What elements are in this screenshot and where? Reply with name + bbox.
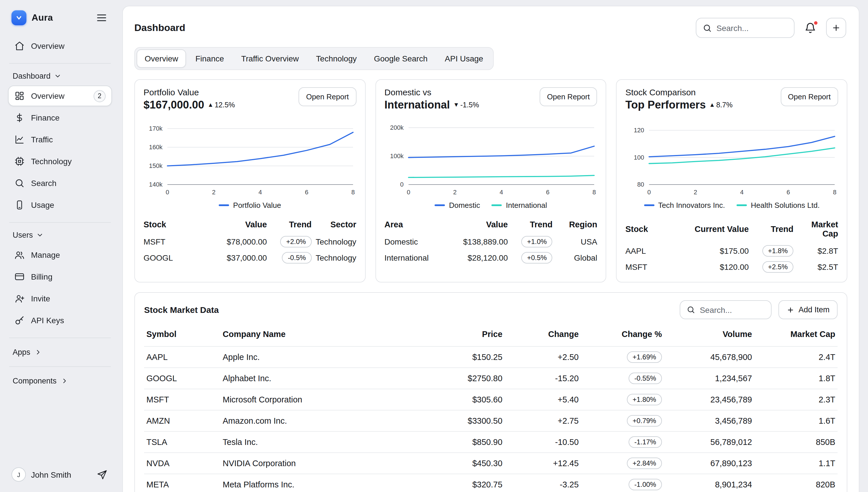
item-count-badge: 2 [94,90,106,102]
sidebar-item-overview[interactable]: Overview2 [8,85,112,106]
card-table-row: GOOGL$37,000.00-0.5%Technology [144,250,356,266]
market-search-input[interactable] [700,305,765,314]
sidebar-group-dashboard[interactable]: Dashboard [8,70,112,85]
market-cell: $305.60 [421,389,504,410]
card-table-header-row: StockValueTrendSector [144,218,356,233]
sidebar-item-api-keys[interactable]: API Keys [8,310,112,331]
market-cell: $150.25 [421,346,504,368]
card-table-cell: +1.0% [508,233,552,250]
divider [9,366,111,367]
change-percent-pill: -1.00% [628,479,662,490]
add-item-button[interactable]: Add Item [778,300,838,319]
card-title: International [385,99,450,112]
trend-pill: -0.5% [282,252,312,264]
market-cell: Apple Inc. [220,346,422,368]
global-search-box [696,18,795,38]
tab-technology[interactable]: Technology [308,49,365,68]
group-label-text: Apps [13,348,30,356]
tab-overview[interactable]: Overview [137,49,186,68]
market-cell: 45,678,900 [664,346,754,368]
legend-swatch [492,204,502,206]
market-cell: MSFT [144,389,220,410]
page-title: Dashboard [134,22,185,33]
card-table-header: Current Value [678,218,749,243]
table-row: AAPLApple Inc.$150.25+2.50+1.69%45,678,9… [144,346,838,368]
sidebar-group-components[interactable]: Components [8,373,112,389]
market-cell: $850.90 [421,432,504,453]
svg-text:170k: 170k [149,125,163,132]
tab-finance[interactable]: Finance [188,49,232,68]
sidebar-item-label: Technology [31,157,106,166]
sidebar-item-invite[interactable]: Invite [8,288,112,309]
card-subtitle: Domestic vs [385,87,479,97]
market-column-header: Company Name [220,325,422,346]
notifications-bell-icon[interactable] [803,21,817,35]
legend-swatch [435,204,445,206]
market-actions: Add Item [680,300,838,319]
card-table-cell: Domestic [385,233,438,250]
market-cell: -0.55% [581,368,664,389]
sidebar-item-label: Manage [31,250,106,260]
card-table-header-row: AreaValueTrendRegion [385,218,597,233]
chart-icon [14,134,25,145]
table-row: MSFTMicrosoft Corporation$305.60+5.40+1.… [144,389,838,410]
tab-traffic-overview[interactable]: Traffic Overview [233,49,307,68]
tab-google-search[interactable]: Google Search [366,49,436,68]
card-chart: 8010012002468 [625,119,838,199]
tab-bar: OverviewFinanceTraffic OverviewTechnolog… [134,47,493,70]
card-table-cell: +2.5% [749,259,794,275]
market-cell: META [144,474,220,492]
table-row: AMZNAmazon.com Inc.$3300.50+2.75+0.79%3,… [144,410,838,432]
sidebar-users-items: ManageBillingInviteAPI Keys [8,245,112,332]
svg-text:6: 6 [305,189,308,196]
userplus-icon [14,293,25,304]
sidebar-item-finance[interactable]: Finance [8,107,112,128]
sidebar-item-billing[interactable]: Billing [8,266,112,287]
open-report-button[interactable]: Open Report [780,87,838,106]
sidebar-item-search[interactable]: Search [8,173,112,194]
card-table-header: Area [385,218,438,233]
home-icon [14,41,25,51]
card-table-cell: $37,000.00 [197,250,267,266]
open-report-button[interactable]: Open Report [299,87,356,106]
table-row: METAMeta Platforms Inc.$320.75-3.25-1.00… [144,474,838,492]
sidebar-item-technology[interactable]: Technology [8,151,112,172]
card-table-cell: Technology [312,233,356,250]
market-column-header: Change [504,325,581,346]
sidebar-item-traffic[interactable]: Traffic [8,129,112,150]
card-table-row: International$28,120.00+0.5%Global [385,250,597,266]
tab-api-usage[interactable]: API Usage [437,49,491,68]
sidebar-group-apps[interactable]: Apps [8,344,112,361]
sidebar-item-manage[interactable]: Manage [8,245,112,265]
user-profile-row[interactable]: J John Smith [8,465,112,484]
search-input[interactable] [716,23,788,32]
market-cell: 1.6T [754,410,838,432]
svg-text:150k: 150k [149,162,163,169]
market-cell: Meta Platforms Inc. [220,474,422,492]
header-actions [696,18,846,38]
trend-up-icon: ▲ [209,103,212,107]
add-item-label: Add Item [798,305,829,314]
card-table-cell: +1.8% [749,243,794,259]
card-table-header: Trend [749,218,794,243]
add-button[interactable] [826,18,846,38]
svg-text:4: 4 [740,189,744,196]
card-table-cell: $28,120.00 [438,250,508,266]
card-table-cell: GOOGL [144,250,197,266]
market-cell: +0.79% [581,410,664,432]
card-subtitle: Portfolio Value [144,87,235,97]
change-percent-pill: +0.79% [627,415,662,426]
market-cell: $3300.50 [421,410,504,432]
legend-item: Tech Innovators Inc. [644,201,725,210]
open-report-button[interactable]: Open Report [540,87,597,106]
send-icon[interactable] [96,468,108,481]
search-icon [14,178,25,188]
sidebar-item-overview-top[interactable]: Overview [8,35,112,56]
sidebar-item-usage[interactable]: Usage [8,195,112,215]
sidebar-group-users[interactable]: Users [8,228,112,245]
card-table-header: Value [438,218,508,233]
market-cell: GOOGL [144,368,220,389]
svg-text:80: 80 [638,181,644,188]
menu-icon[interactable] [95,11,108,25]
market-cell: +1.80% [581,389,664,410]
